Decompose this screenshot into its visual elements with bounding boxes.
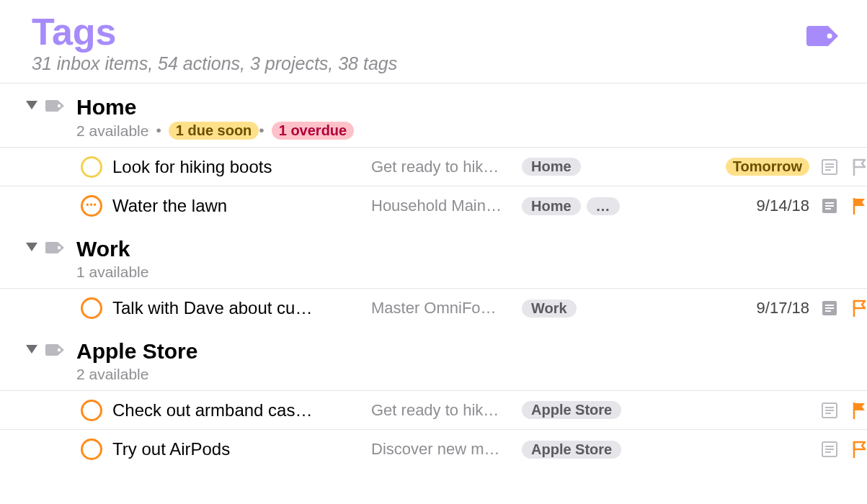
tag-icon — [40, 237, 69, 254]
note-icon[interactable] — [819, 159, 840, 175]
flag-icon[interactable] — [850, 440, 867, 459]
task-list: Check out armband cas… Get ready to hik…… — [0, 391, 867, 469]
svg-marker-20 — [26, 345, 37, 354]
available-count: 2 available — [76, 366, 148, 383]
svg-marker-13 — [26, 243, 37, 251]
svg-point-21 — [58, 348, 61, 351]
status-badge: 1 due soon — [169, 122, 259, 140]
tag-group: Apple Store 2 available Check out armban… — [0, 328, 867, 469]
page-header: Tags 31 inbox items, 54 actions, 3 proje… — [0, 0, 867, 84]
due-date: 9/14/18 — [687, 197, 809, 215]
status-badge: 1 overdue — [272, 122, 354, 140]
task-tags: Apple Store — [522, 401, 677, 419]
task-tags: Home — [522, 158, 677, 176]
task-tags: Home… — [522, 197, 677, 215]
group-title: Work — [76, 237, 148, 261]
flag-icon[interactable] — [850, 401, 867, 420]
repeating-indicator-icon: ••• — [86, 201, 97, 210]
group-text: Work 1 available — [69, 237, 148, 281]
tag-pill[interactable]: … — [587, 197, 620, 215]
group-header[interactable]: Home 2 available 1 due soon1 overdue — [0, 84, 867, 148]
group-text: Home 2 available 1 due soon1 overdue — [69, 95, 354, 140]
status-circle[interactable] — [81, 400, 102, 421]
tag-pill[interactable]: Work — [522, 300, 577, 318]
group-badges: 1 due soon1 overdue — [156, 122, 354, 140]
groups-container: Home 2 available 1 due soon1 overdue Loo… — [0, 84, 867, 469]
group-header[interactable]: Apple Store 2 available — [0, 328, 867, 391]
header-left: Tags 31 inbox items, 54 actions, 3 proje… — [32, 13, 397, 74]
due-date: Tomorrow — [687, 158, 809, 176]
task-title: Try out AirPods — [112, 439, 361, 459]
note-icon[interactable] — [819, 300, 840, 316]
note-icon[interactable] — [819, 402, 840, 418]
tag-pill[interactable]: Home — [522, 197, 581, 215]
tag-group: Work 1 available Talk with Dave about cu… — [0, 225, 867, 328]
task-tags: Apple Store — [522, 441, 677, 459]
task-tags: Work — [522, 300, 677, 318]
task-list: Look for hiking boots Get ready to hik… … — [0, 148, 867, 225]
status-circle[interactable] — [81, 438, 102, 460]
due-text: 9/17/18 — [757, 299, 809, 318]
disclosure-triangle-icon[interactable] — [23, 339, 40, 354]
group-title: Apple Store — [76, 339, 197, 363]
tag-pill[interactable]: Apple Store — [522, 441, 621, 459]
group-header[interactable]: Work 1 available — [0, 225, 867, 289]
task-title: Check out armband cas… — [112, 400, 361, 420]
project-name: Get ready to hik… — [371, 401, 512, 420]
page-subtitle: 31 inbox items, 54 actions, 3 projects, … — [32, 53, 397, 74]
status-circle[interactable] — [81, 297, 102, 319]
disclosure-triangle-icon[interactable] — [23, 237, 40, 251]
task-list: Talk with Dave about cu… Master OmniFo… … — [0, 289, 867, 328]
task-title: Look for hiking boots — [112, 157, 361, 177]
tag-pill[interactable]: Home — [522, 158, 581, 176]
task-title: Water the lawn — [112, 196, 361, 216]
due-badge: Tomorrow — [726, 158, 809, 176]
task-row[interactable]: ••• Water the lawn Household Main… Home…… — [0, 186, 867, 225]
svg-point-2 — [58, 104, 61, 107]
task-row[interactable]: Check out armband cas… Get ready to hik…… — [0, 391, 867, 430]
tag-pill[interactable]: Apple Store — [522, 401, 621, 419]
task-row[interactable]: Look for hiking boots Get ready to hik… … — [0, 148, 867, 186]
available-count: 2 available — [76, 122, 148, 140]
svg-point-14 — [58, 246, 61, 249]
tag-group: Home 2 available 1 due soon1 overdue Loo… — [0, 84, 867, 225]
page-title: Tags — [32, 13, 397, 50]
due-date: 9/17/18 — [687, 299, 809, 318]
task-row[interactable]: Talk with Dave about cu… Master OmniFo… … — [0, 289, 867, 328]
tag-icon — [40, 95, 69, 112]
available-count: 1 available — [76, 264, 148, 281]
flag-icon[interactable] — [850, 158, 867, 176]
svg-point-0 — [827, 34, 832, 39]
group-subtitle: 1 available — [76, 261, 148, 281]
status-circle[interactable] — [81, 156, 102, 178]
svg-marker-1 — [26, 101, 37, 109]
disclosure-triangle-icon[interactable] — [23, 95, 40, 109]
group-text: Apple Store 2 available — [69, 339, 197, 383]
project-name: Master OmniFo… — [371, 299, 512, 318]
status-circle[interactable]: ••• — [81, 195, 102, 217]
group-subtitle: 2 available — [76, 363, 197, 383]
project-name: Household Main… — [371, 197, 512, 215]
flag-icon[interactable] — [850, 299, 867, 318]
task-title: Talk with Dave about cu… — [112, 298, 361, 318]
due-text: 9/14/18 — [757, 197, 809, 215]
tag-icon — [40, 339, 69, 356]
project-name: Discover new m… — [371, 440, 512, 459]
tag-icon — [805, 13, 842, 52]
group-subtitle: 2 available 1 due soon1 overdue — [76, 119, 354, 140]
flag-icon[interactable] — [850, 197, 867, 215]
group-title: Home — [76, 95, 354, 119]
note-icon[interactable] — [819, 441, 840, 457]
task-row[interactable]: Try out AirPods Discover new m… Apple St… — [0, 430, 867, 469]
project-name: Get ready to hik… — [371, 158, 512, 176]
note-icon[interactable] — [819, 198, 840, 214]
